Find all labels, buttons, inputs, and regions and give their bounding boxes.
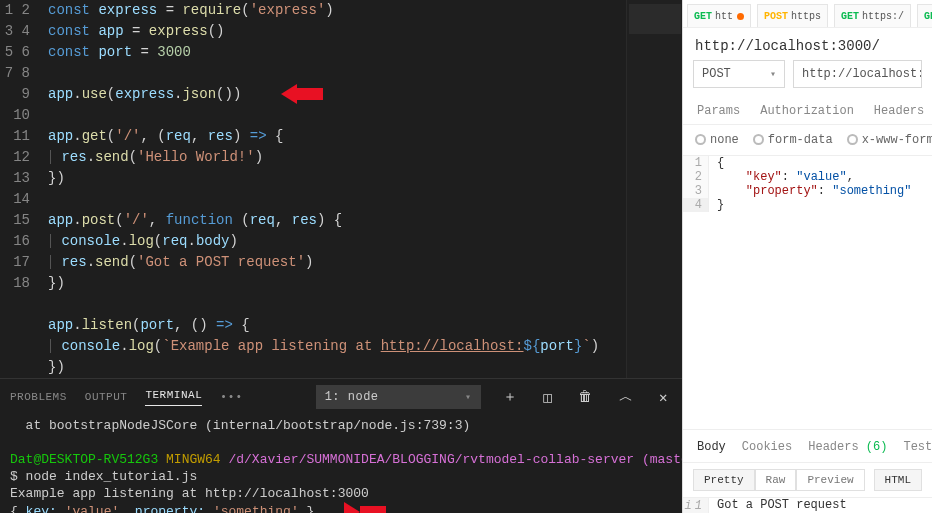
radio-x-www-form[interactable]: x-www-form <box>847 133 932 147</box>
split-terminal-icon[interactable]: ◫ <box>539 387 556 408</box>
tab-cookies[interactable]: Cookies <box>742 440 792 454</box>
request-tab[interactable]: GEThttps:/ <box>834 4 911 27</box>
chevron-down-icon: ▾ <box>465 391 472 403</box>
radio-form-data[interactable]: form-data <box>753 133 833 147</box>
radio-icon <box>695 134 706 145</box>
tab-authorization[interactable]: Authorization <box>760 104 854 118</box>
tab-resp-headers[interactable]: Headers (6) <box>808 440 887 454</box>
response-body[interactable]: i 1Got a POST request <box>683 497 932 513</box>
tab-problems[interactable]: PROBLEMS <box>10 391 67 403</box>
terminal-select[interactable]: 1: node▾ <box>316 385 481 409</box>
terminal-output[interactable]: at bootstrapNodeJSCore (internal/bootstr… <box>0 415 682 513</box>
request-tab[interactable]: GEThtt <box>687 4 751 27</box>
dirty-dot-icon <box>737 13 744 20</box>
close-icon[interactable]: ✕ <box>655 387 672 408</box>
response-tabs: Body Cookies Headers (6) Test Results <box>683 429 932 463</box>
chevron-down-icon: ▾ <box>770 68 776 80</box>
line-gutter: 1 2 3 4 5 6 7 8 9 10 11 12 13 14 15 16 1… <box>0 0 48 378</box>
body-type-row: none form-data x-www-form <box>683 125 932 155</box>
request-subtabs: Params Authorization Headers (1) <box>683 98 932 125</box>
radio-icon <box>847 134 858 145</box>
tab-more-icon[interactable]: ••• <box>220 391 243 403</box>
request-tab[interactable]: GET <box>917 4 932 27</box>
url-input[interactable]: http://localhost:3000/ <box>793 60 922 88</box>
request-tab[interactable]: POSThttps <box>757 4 828 27</box>
tab-test-results[interactable]: Test Results <box>903 440 932 454</box>
opt-html[interactable]: HTML <box>874 469 922 491</box>
radio-none[interactable]: none <box>695 133 739 147</box>
tab-terminal[interactable]: TERMINAL <box>145 389 202 406</box>
opt-pretty[interactable]: Pretty <box>693 469 755 491</box>
tab-output[interactable]: OUTPUT <box>85 391 128 403</box>
code-content[interactable]: const express = require('express') const… <box>48 0 682 378</box>
postman-pane: GEThtt POSThttps GEThttps:/ GET http://l… <box>682 0 932 513</box>
arrow-annotation <box>281 84 323 104</box>
method-select[interactable]: POST▾ <box>693 60 785 88</box>
request-body-editor[interactable]: 1{ 2 "key": "value", 3 "property": "some… <box>683 155 932 212</box>
opt-raw[interactable]: Raw <box>755 469 797 491</box>
radio-icon <box>753 134 764 145</box>
trash-icon[interactable]: 🗑 <box>574 387 597 407</box>
arrow-annotation <box>344 502 386 513</box>
request-tab-bar: GEThtt POSThttps GEThttps:/ GET <box>683 0 932 28</box>
code-editor[interactable]: 1 2 3 4 5 6 7 8 9 10 11 12 13 14 15 16 1… <box>0 0 682 378</box>
tab-params[interactable]: Params <box>697 104 740 118</box>
vscode-pane: 1 2 3 4 5 6 7 8 9 10 11 12 13 14 15 16 1… <box>0 0 682 513</box>
tab-body[interactable]: Body <box>697 440 726 454</box>
bottom-panel: PROBLEMS OUTPUT TERMINAL ••• 1: node▾ ＋ … <box>0 378 682 513</box>
panel-tab-bar: PROBLEMS OUTPUT TERMINAL ••• 1: node▾ ＋ … <box>0 379 682 415</box>
tab-headers[interactable]: Headers (1) <box>874 104 932 118</box>
request-title: http://localhost:3000/ <box>683 28 932 60</box>
terminal-line: at bootstrapNodeJSCore (internal/bootstr… <box>10 418 470 433</box>
response-opts: Pretty Raw Preview HTML <box>683 463 932 497</box>
minimap[interactable] <box>626 0 682 378</box>
opt-preview[interactable]: Preview <box>796 469 864 491</box>
new-terminal-icon[interactable]: ＋ <box>499 386 522 408</box>
chevron-up-icon[interactable]: ︿ <box>615 386 638 408</box>
